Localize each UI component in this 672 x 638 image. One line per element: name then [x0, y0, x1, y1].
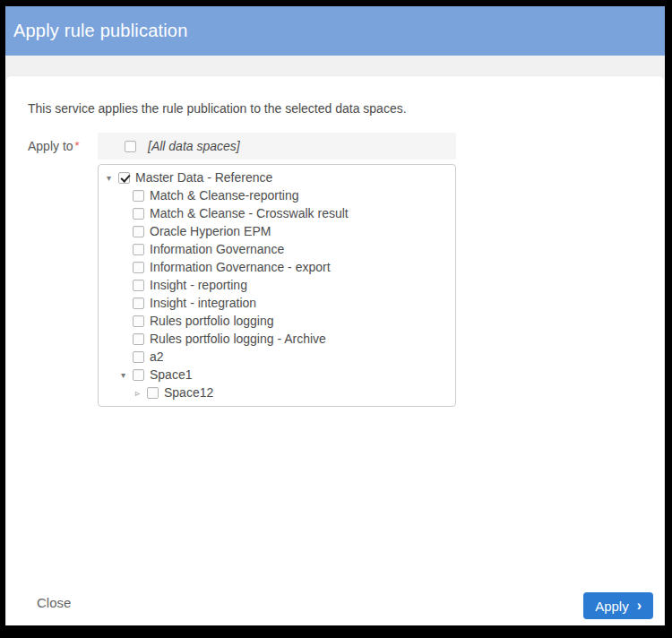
all-data-spaces-row[interactable]: [All data spaces]: [98, 133, 456, 160]
tree-item-checkbox[interactable]: [118, 172, 130, 184]
tree-item-checkbox[interactable]: [133, 351, 144, 363]
tree-item[interactable]: ▹ Space12: [99, 384, 455, 401]
dialog-titlebar: Apply rule publication: [5, 6, 665, 56]
tree-item-checkbox[interactable]: [133, 315, 144, 327]
tree-item[interactable]: Rules portfolio logging: [99, 312, 455, 330]
tree-item[interactable]: Match & Cleanse-reporting: [99, 186, 455, 204]
tree-item[interactable]: Match & Cleanse - Crosswalk result: [99, 204, 455, 222]
tree-item-label[interactable]: Rules portfolio logging: [150, 314, 274, 328]
tree-item[interactable]: ▾ Master Data - Reference: [99, 168, 455, 186]
page-title: Apply rule publication: [13, 21, 188, 41]
tree-item[interactable]: Insight - integration: [99, 294, 455, 312]
tree-item-checkbox[interactable]: [133, 280, 144, 291]
tree-item[interactable]: Information Governance - export: [99, 258, 455, 276]
tree-item-checkbox[interactable]: [133, 208, 144, 220]
tree-item-label[interactable]: Information Governance: [150, 242, 284, 256]
tree-item-label[interactable]: Insight - integration: [150, 296, 256, 310]
required-marker: *: [75, 139, 80, 152]
service-description: This service applies the rule publicatio…: [28, 101, 407, 116]
apply-rule-publication-dialog: Apply rule publication This service appl…: [5, 6, 665, 625]
tree-item-label[interactable]: Space1: [150, 367, 192, 382]
tree-item-checkbox[interactable]: [133, 297, 144, 309]
tree-item-label[interactable]: Match & Cleanse-reporting: [150, 188, 299, 203]
tree-expander-icon[interactable]: ▾: [107, 173, 118, 183]
all-data-spaces-checkbox[interactable]: [125, 141, 136, 152]
tree-item-label[interactable]: Oracle Hyperion EPM: [150, 224, 271, 238]
apply-to-label-text: Apply to: [28, 139, 73, 153]
tree-item[interactable]: Information Governance: [99, 240, 455, 258]
tree-item-label[interactable]: Match & Cleanse - Crosswalk result: [150, 206, 349, 220]
tree-item-checkbox[interactable]: [147, 387, 159, 399]
tree-item[interactable]: ▾ Space1: [99, 366, 455, 384]
tree-item-label[interactable]: a2: [150, 349, 164, 364]
tree-item[interactable]: Insight - reporting: [99, 276, 455, 294]
tree-item[interactable]: Oracle Hyperion EPM: [99, 222, 455, 240]
tree-item[interactable]: a2: [99, 348, 455, 366]
tree-item-label[interactable]: Information Governance - export: [150, 260, 331, 274]
dialog-frame: Apply rule publication This service appl…: [0, 0, 672, 638]
tree-item-label[interactable]: Insight - reporting: [150, 278, 247, 292]
data-spaces-field: [All data spaces] ▾ Master Data - Refere…: [98, 133, 456, 407]
tree-item-checkbox[interactable]: [133, 333, 144, 345]
tree-item-checkbox[interactable]: [133, 190, 144, 202]
tree-item-checkbox[interactable]: [133, 369, 144, 381]
apply-button-label: Apply: [595, 599, 629, 614]
tree-item-label[interactable]: Master Data - Reference: [135, 170, 272, 185]
apply-button[interactable]: Apply ›: [583, 592, 653, 619]
tree-item-checkbox[interactable]: [133, 244, 144, 255]
tree-item-checkbox[interactable]: [133, 262, 144, 273]
tree-expander-icon[interactable]: ▾: [121, 370, 133, 380]
tree-item-checkbox[interactable]: [133, 226, 144, 237]
data-space-tree: ▾ Master Data - Reference Match & Cleans…: [98, 164, 456, 407]
tree-item-label[interactable]: Rules portfolio logging - Archive: [150, 332, 326, 346]
tree-expander-icon[interactable]: ▹: [135, 388, 147, 398]
apply-to-label: Apply to*: [28, 139, 80, 153]
tree-item[interactable]: Rules portfolio logging - Archive: [99, 330, 455, 348]
chevron-right-icon: ›: [637, 599, 642, 613]
tree-item-label[interactable]: Space12: [164, 385, 213, 400]
all-data-spaces-label[interactable]: [All data spaces]: [148, 139, 240, 153]
close-button[interactable]: Close: [37, 595, 71, 610]
dialog-body: This service applies the rule publicatio…: [5, 75, 665, 625]
